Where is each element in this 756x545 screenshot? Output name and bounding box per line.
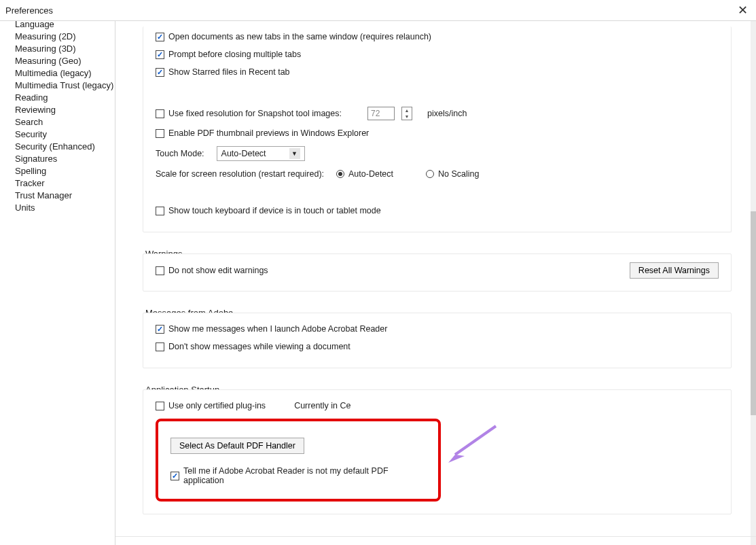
sidebar-item-measuring-geo[interactable]: Measuring (Geo) <box>15 55 115 67</box>
fixed-resolution-input[interactable]: 72 <box>367 107 395 120</box>
touch-mode-select[interactable]: Auto-Detect ▼ <box>217 146 305 161</box>
scale-auto-radio[interactable] <box>336 170 344 178</box>
sidebar-item-reviewing[interactable]: Reviewing <box>15 104 115 116</box>
sidebar-item-trust-manager[interactable]: Trust Manager <box>15 190 115 202</box>
warnings-group: Warnings Do not show edit warnings Reset… <box>143 249 732 292</box>
certified-plugins-checkbox[interactable] <box>156 402 164 410</box>
sidebar-item-search[interactable]: Search <box>15 116 115 128</box>
show-starred-label: Show Starred files in Recent tab <box>168 67 290 77</box>
hide-in-doc-checkbox[interactable] <box>156 342 164 351</box>
spinner-down-icon[interactable]: ▼ <box>402 113 412 120</box>
default-notify-checkbox[interactable] <box>170 472 179 480</box>
chevron-down-icon: ▼ <box>289 148 300 159</box>
vertical-scrollbar[interactable] <box>751 21 756 545</box>
pdf-thumbnail-label: Enable PDF thumbnail previews in Windows… <box>168 128 369 138</box>
pdf-thumbnail-checkbox[interactable] <box>156 129 164 138</box>
scale-none-label: No Scaling <box>438 169 479 179</box>
sidebar-item-security-enhanced[interactable]: Security (Enhanced) <box>15 141 115 153</box>
bottom-divider <box>115 536 756 537</box>
sidebar-item-spelling[interactable]: Spelling <box>15 165 115 177</box>
prompt-close-tabs-checkbox[interactable] <box>156 50 164 59</box>
sidebar-item-multimedia-legacy[interactable]: Multimedia (legacy) <box>15 67 115 80</box>
startup-group: Application Startup Use only certified p… <box>143 385 732 514</box>
basic-tools-group: Open documents as new tabs in the same w… <box>143 27 732 232</box>
fixed-resolution-label: Use fixed resolution for Snapshot tool i… <box>168 109 342 118</box>
sidebar-item-signatures[interactable]: Signatures <box>15 153 115 165</box>
spinner-up-icon[interactable]: ▲ <box>402 107 412 113</box>
no-edit-warnings-label: Do not show edit warnings <box>168 266 268 275</box>
sidebar-item-language[interactable]: Language <box>15 21 115 31</box>
messages-group: Messages from Adobe Show me messages whe… <box>143 308 732 368</box>
open-new-tabs-checkbox[interactable] <box>156 33 164 41</box>
sidebar-item-security[interactable]: Security <box>15 128 115 141</box>
show-starred-checkbox[interactable] <box>156 68 164 77</box>
touch-mode-label: Touch Mode: <box>156 149 204 158</box>
show-on-launch-label: Show me messages when I launch Adobe Acr… <box>168 324 387 334</box>
touch-keyboard-checkbox[interactable] <box>156 207 164 215</box>
sidebar-item-measuring-2d[interactable]: Measuring (2D) <box>15 31 115 43</box>
main-layout: Language Measuring (2D) Measuring (3D) M… <box>0 20 756 545</box>
certified-status: Currently in Ce <box>294 401 350 410</box>
sidebar-item-units[interactable]: Units <box>15 202 115 214</box>
sidebar-item-tracker[interactable]: Tracker <box>15 177 115 190</box>
scale-auto-label: Auto-Detect <box>348 169 393 179</box>
reset-warnings-button[interactable]: Reset All Warnings <box>630 262 719 279</box>
titlebar: Preferences ✕ <box>0 0 756 20</box>
fixed-resolution-unit: pixels/inch <box>427 109 467 118</box>
fixed-resolution-checkbox[interactable] <box>156 109 164 118</box>
annotation-highlight: Select As Default PDF Handler Tell me if… <box>156 419 441 502</box>
no-edit-warnings-checkbox[interactable] <box>156 266 164 275</box>
category-sidebar: Language Measuring (2D) Measuring (3D) M… <box>0 21 115 545</box>
certified-plugins-label: Use only certified plug-ins <box>168 401 266 410</box>
close-button[interactable]: ✕ <box>733 3 752 18</box>
content-area: Open documents as new tabs in the same w… <box>115 21 756 545</box>
scrollbar-thumb[interactable] <box>751 211 756 415</box>
show-on-launch-checkbox[interactable] <box>156 325 164 334</box>
touch-keyboard-label: Show touch keyboard if device is in touc… <box>168 206 381 215</box>
default-notify-label: Tell me if Adobe Acrobat Reader is not m… <box>183 466 426 485</box>
prompt-close-tabs-label: Prompt before closing multiple tabs <box>168 50 301 59</box>
sidebar-item-measuring-3d[interactable]: Measuring (3D) <box>15 43 115 55</box>
hide-in-doc-label: Don't show messages while viewing a docu… <box>168 342 350 351</box>
window-title: Preferences <box>4 5 733 16</box>
sidebar-item-reading[interactable]: Reading <box>15 92 115 104</box>
scale-none-radio[interactable] <box>426 170 434 178</box>
scale-label: Scale for screen resolution (restart req… <box>156 169 324 179</box>
fixed-resolution-spinner[interactable]: ▲ ▼ <box>401 107 412 120</box>
sidebar-item-multimedia-trust[interactable]: Multimedia Trust (legacy) <box>15 80 115 92</box>
open-new-tabs-label: Open documents as new tabs in the same w… <box>168 32 431 41</box>
select-default-handler-button[interactable]: Select As Default PDF Handler <box>170 438 304 454</box>
touch-mode-value: Auto-Detect <box>221 149 266 158</box>
